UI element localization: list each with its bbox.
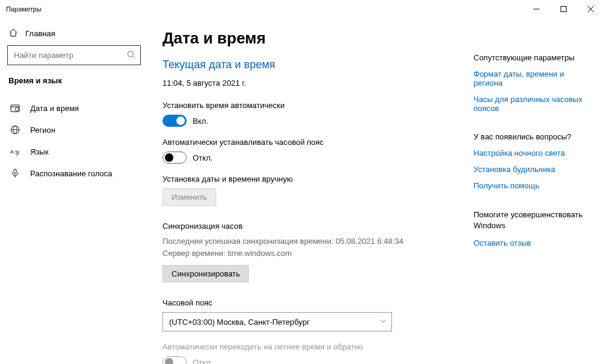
dst-state: Откл. xyxy=(193,358,213,365)
maximize-button[interactable] xyxy=(550,0,577,18)
sidebar-item-label: Регион xyxy=(30,126,56,135)
globe-icon xyxy=(10,125,21,135)
dst-label: Автоматически переходить на летнее время… xyxy=(162,342,467,351)
content-main: Дата и время Текущая дата и время 11:04,… xyxy=(162,29,467,364)
link-timezones[interactable]: Часы для различных часовых поясов xyxy=(474,95,594,113)
improve-heading: Помогите усовершенствовать Windows xyxy=(474,209,594,231)
search-icon xyxy=(127,50,135,60)
clock-icon xyxy=(10,103,21,113)
sidebar-item-language[interactable]: A字 Язык xyxy=(7,141,141,162)
svg-line-5 xyxy=(133,56,135,59)
link-help[interactable]: Получить помощь xyxy=(474,181,594,190)
timezone-dropdown[interactable]: (UTC+03:00) Москва, Санкт-Петербург xyxy=(162,312,392,331)
questions-heading: У вас появились вопросы? xyxy=(474,132,594,141)
link-night-light[interactable]: Настройка ночного света xyxy=(474,148,594,158)
svg-point-8 xyxy=(15,107,19,111)
page-title: Дата и время xyxy=(162,29,467,48)
microphone-icon xyxy=(10,168,21,178)
minimize-button[interactable] xyxy=(522,0,550,18)
auto-tz-label: Автоматически устанавливать часовой пояс xyxy=(162,138,467,147)
search-input[interactable] xyxy=(7,45,141,65)
sidebar-item-speech[interactable]: Распознавание голоса xyxy=(7,162,141,184)
chevron-down-icon xyxy=(379,318,387,327)
auto-time-state: Вкл. xyxy=(193,117,208,126)
svg-point-4 xyxy=(128,51,133,57)
window-title: Параметры xyxy=(6,5,42,13)
home-link[interactable]: Главная xyxy=(7,24,141,45)
home-label: Главная xyxy=(25,29,55,38)
auto-time-toggle[interactable] xyxy=(162,115,187,127)
tz-value: (UTC+03:00) Москва, Санкт-Петербург xyxy=(169,318,310,327)
search-field[interactable] xyxy=(14,51,121,60)
dst-toggle xyxy=(162,356,187,364)
svg-rect-14 xyxy=(14,169,16,174)
link-alarm[interactable]: Установка будильника xyxy=(474,165,594,174)
svg-text:A: A xyxy=(10,149,14,155)
sync-heading: Синхронизация часов xyxy=(162,222,467,231)
tz-label: Часовой пояс xyxy=(162,298,467,307)
home-icon xyxy=(8,28,18,39)
svg-text:字: 字 xyxy=(14,150,20,156)
manual-label: Установка даты и времени вручную xyxy=(162,174,467,184)
sync-last: Последняя успешная синхронизация времени… xyxy=(162,235,467,247)
auto-tz-toggle[interactable] xyxy=(162,152,187,164)
sidebar-heading: Время и язык xyxy=(7,76,141,85)
related-panel: Сопутствующие параметры Формат даты, вре… xyxy=(467,29,594,364)
current-datetime: 11:04, 5 августа 2021 г. xyxy=(162,78,467,88)
window-controls xyxy=(522,0,604,18)
close-button[interactable] xyxy=(577,0,604,18)
sidebar-item-region[interactable]: Регион xyxy=(7,119,141,141)
link-feedback[interactable]: Оставить отзыв xyxy=(474,238,594,247)
sidebar: Главная Время и язык Дата и время Регион… xyxy=(0,18,148,364)
change-button: Изменить xyxy=(162,188,216,206)
auto-time-label: Установить время автоматически xyxy=(162,101,467,110)
related-heading: Сопутствующие параметры xyxy=(474,53,594,62)
sidebar-item-label: Распознавание голоса xyxy=(30,169,112,178)
sidebar-item-label: Язык xyxy=(30,147,48,156)
sidebar-item-label: Дата и время xyxy=(30,104,79,113)
sidebar-item-datetime[interactable]: Дата и время xyxy=(7,97,141,119)
auto-tz-state: Откл. xyxy=(193,153,213,162)
link-date-format[interactable]: Формат даты, времени и региона xyxy=(474,69,594,88)
svg-rect-1 xyxy=(561,7,566,12)
sync-button[interactable]: Синхронизировать xyxy=(162,265,249,283)
subheading-current: Текущая дата и время xyxy=(162,59,467,71)
sync-server: Сервер времени: time.windows.com xyxy=(162,247,467,260)
language-icon: A字 xyxy=(10,147,21,156)
